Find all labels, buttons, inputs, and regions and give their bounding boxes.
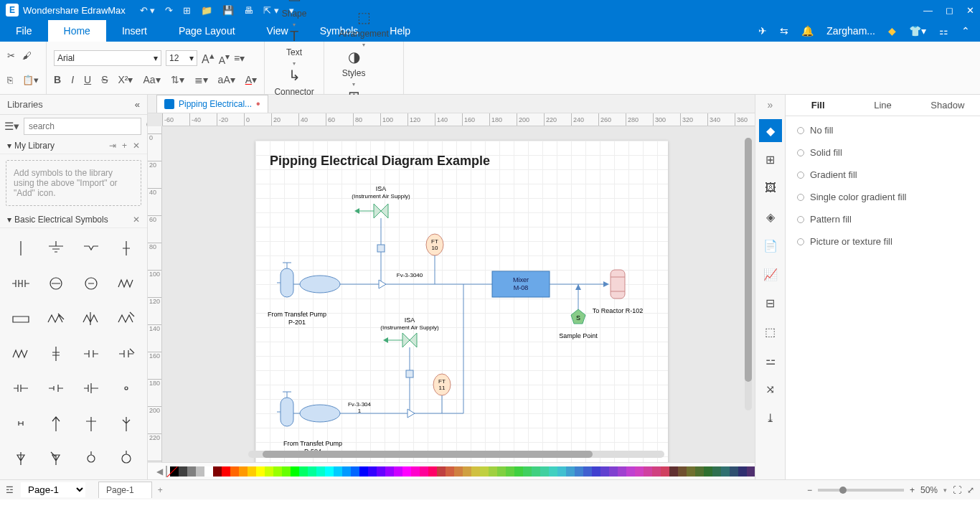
color-swatch[interactable] xyxy=(239,466,248,477)
maximize-icon[interactable]: ◻ xyxy=(946,5,953,16)
color-swatch[interactable] xyxy=(368,466,377,477)
symbol-item[interactable] xyxy=(74,266,109,301)
color-swatch[interactable] xyxy=(669,466,678,477)
collapse-ribbon-icon[interactable]: ⌃ xyxy=(961,25,970,37)
props-tab-line[interactable]: Line xyxy=(850,95,915,116)
color-swatch[interactable] xyxy=(411,466,420,477)
color-swatch[interactable] xyxy=(514,466,523,477)
color-swatch[interactable] xyxy=(730,466,738,477)
symbol-item[interactable] xyxy=(74,301,109,336)
color-swatch[interactable] xyxy=(308,466,316,477)
color-swatch[interactable] xyxy=(618,466,626,477)
new-icon[interactable]: ⊞ xyxy=(183,5,191,16)
case-icon[interactable]: Aa▾ xyxy=(143,74,160,85)
color-swatch[interactable] xyxy=(678,466,687,477)
color-swatch[interactable] xyxy=(420,466,428,477)
org-tool-icon[interactable]: ⬚ xyxy=(759,320,782,343)
font-name-input[interactable]: Arial▾ xyxy=(54,50,161,66)
fullscreen-icon[interactable]: ⤢ xyxy=(967,485,974,495)
zoom-in-icon[interactable]: + xyxy=(910,485,915,495)
horizontal-scrollbar[interactable] xyxy=(248,451,664,458)
symbol-item[interactable] xyxy=(3,406,38,441)
symbol-item[interactable] xyxy=(38,266,73,301)
close-lib-icon[interactable]: ✕ xyxy=(133,141,140,151)
bell-icon[interactable]: 🔔 xyxy=(801,25,814,37)
redo-icon[interactable]: ↷ xyxy=(165,5,173,16)
color-swatch[interactable] xyxy=(291,466,299,477)
color-swatch[interactable] xyxy=(506,466,514,477)
grid-tool-icon[interactable]: ⊞ xyxy=(759,148,782,171)
props-tab-fill[interactable]: Fill xyxy=(786,95,850,116)
search-input[interactable] xyxy=(24,118,141,135)
color-swatch[interactable] xyxy=(600,466,609,477)
color-swatch[interactable] xyxy=(230,466,239,477)
color-swatch[interactable] xyxy=(248,466,256,477)
color-swatch[interactable] xyxy=(273,466,282,477)
symbol-item[interactable] xyxy=(74,406,109,441)
open-icon[interactable]: 📁 xyxy=(201,5,212,16)
increase-font-icon[interactable]: A▴ xyxy=(202,50,215,66)
color-swatch[interactable] xyxy=(747,466,755,477)
crown-icon[interactable]: ◆ xyxy=(888,25,896,37)
export-tool-icon[interactable]: ⤓ xyxy=(759,406,782,429)
paste-icon[interactable]: 📋▾ xyxy=(22,75,39,85)
symbol-item[interactable] xyxy=(38,231,73,266)
copy-icon[interactable]: ⎘ xyxy=(7,75,15,85)
shuffle-tool-icon[interactable]: ⤨ xyxy=(759,377,782,400)
page-selector[interactable]: Page-1 xyxy=(21,482,85,497)
styles-button[interactable]: ◑Styles▾ xyxy=(331,48,376,88)
symbol-item[interactable] xyxy=(3,371,38,405)
symbol-item[interactable] xyxy=(38,371,73,405)
cut-icon[interactable]: ✂ xyxy=(7,50,15,61)
minimize-icon[interactable]: — xyxy=(923,5,933,16)
color-swatch[interactable] xyxy=(222,466,230,477)
fill-option[interactable]: Pattern fill xyxy=(797,214,969,225)
fill-option[interactable]: No fill xyxy=(797,125,969,136)
color-swatch[interactable] xyxy=(463,466,471,477)
color-swatch[interactable] xyxy=(256,466,265,477)
page[interactable]: Pipping Electrical Diagram Example ISA (… xyxy=(255,141,668,479)
symbol-item[interactable] xyxy=(109,371,144,405)
zoom-slider[interactable] xyxy=(818,489,904,492)
color-swatch[interactable] xyxy=(437,466,446,477)
fill-option[interactable]: Single color gradient fill xyxy=(797,192,969,202)
color-swatch[interactable] xyxy=(187,466,196,477)
color-swatch[interactable] xyxy=(557,466,566,477)
symbol-item[interactable] xyxy=(3,441,38,476)
canvas-scroll[interactable]: Pipping Electrical Diagram Example ISA (… xyxy=(162,126,755,479)
menu-tab-home[interactable]: Home xyxy=(48,20,106,42)
symbol-item[interactable] xyxy=(74,231,109,266)
table-tool-icon[interactable]: ⊟ xyxy=(759,291,782,314)
undo-icon[interactable]: ↶ ▾ xyxy=(140,5,156,16)
color-swatch[interactable] xyxy=(738,466,747,477)
send-icon[interactable]: ✈ xyxy=(758,25,767,37)
color-swatch[interactable] xyxy=(299,466,308,477)
save-icon[interactable]: 💾 xyxy=(222,5,234,16)
document-tab[interactable]: Pipping Electrical... • xyxy=(156,95,268,113)
library-menu-icon[interactable]: ☰▾ xyxy=(4,120,19,133)
menu-tab-file[interactable]: File xyxy=(0,20,48,42)
zoom-value[interactable]: 50% xyxy=(920,485,938,495)
basic-electrical-header[interactable]: ▾Basic Electrical Symbols ✕ xyxy=(0,212,147,228)
tree-tool-icon[interactable]: ⚍ xyxy=(759,349,782,372)
color-swatch[interactable] xyxy=(265,466,273,477)
color-swatch[interactable] xyxy=(635,466,644,477)
fill-option[interactable]: Solid fill xyxy=(797,147,969,158)
decrease-font-icon[interactable]: A▾ xyxy=(219,52,230,66)
color-swatch[interactable] xyxy=(377,466,385,477)
underline-icon[interactable]: U xyxy=(84,74,91,85)
color-swatch[interactable] xyxy=(575,466,583,477)
color-swatch[interactable] xyxy=(549,466,557,477)
chart-tool-icon[interactable]: 📈 xyxy=(759,263,782,286)
export-icon[interactable]: ⇱ ▾ xyxy=(263,5,279,16)
user-name[interactable]: Zargham... xyxy=(826,25,875,37)
color-swatch[interactable] xyxy=(394,466,402,477)
color-swatch[interactable] xyxy=(661,466,669,477)
collapse-libraries-icon[interactable]: « xyxy=(135,99,140,110)
symbol-item[interactable] xyxy=(109,337,144,371)
symbol-item[interactable] xyxy=(38,406,73,441)
menu-tab-page-layout[interactable]: Page Layout xyxy=(163,20,251,42)
symbol-item[interactable] xyxy=(109,301,144,336)
symbol-item[interactable] xyxy=(38,301,73,336)
color-swatch[interactable] xyxy=(316,466,325,477)
